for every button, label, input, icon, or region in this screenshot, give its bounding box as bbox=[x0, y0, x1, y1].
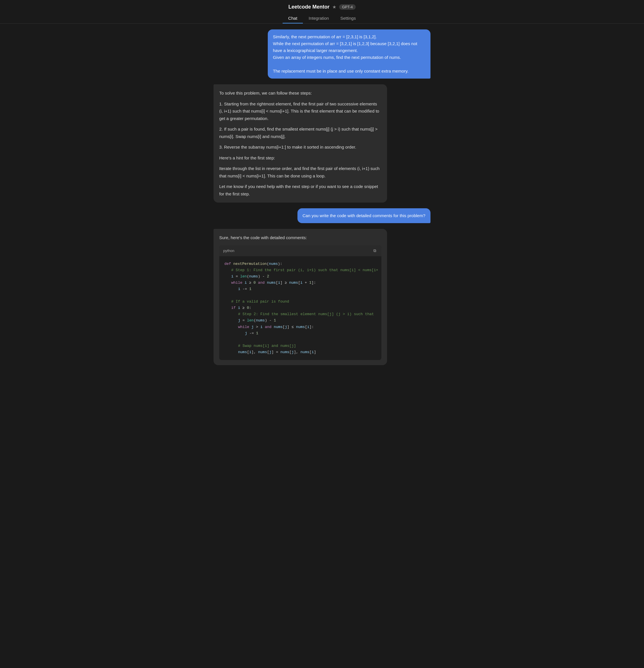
code-line-14: # Swap nums[i] and nums[j] bbox=[224, 343, 376, 349]
code-block: python ⧉ def nextPermutation(nums): # St… bbox=[219, 245, 381, 360]
code-line-3: i = len(nums) - 2 bbox=[224, 273, 376, 280]
app-header: Leetcode Mentor ★ GPT-4 Chat Integration… bbox=[0, 0, 644, 24]
app-title: Leetcode Mentor bbox=[288, 4, 329, 10]
copy-button[interactable]: ⧉ bbox=[372, 248, 377, 254]
assistant-message-1: To solve this problem, we can follow the… bbox=[214, 84, 430, 202]
code-line-2: # Step 1: Find the first pair (i, i+1) s… bbox=[224, 267, 376, 273]
assistant-text-7: Let me know if you need help with the ne… bbox=[219, 183, 381, 197]
code-line-13 bbox=[224, 337, 376, 343]
code-line-15: nums[i], nums[j] = nums[j], nums[i] bbox=[224, 349, 376, 355]
model-badge[interactable]: GPT-4 bbox=[339, 4, 356, 10]
assistant-text-6: Iterate through the list in reverse orde… bbox=[219, 165, 381, 179]
user-bubble-2: Can you write the code with detailed com… bbox=[297, 208, 430, 223]
code-line-6 bbox=[224, 292, 376, 299]
code-line-10: j = len(nums) - 1 bbox=[224, 317, 376, 324]
code-content: def nextPermutation(nums): # Step 1: Fin… bbox=[219, 256, 381, 360]
assistant-bubble-1: To solve this problem, we can follow the… bbox=[214, 84, 387, 202]
code-block-header: python ⧉ bbox=[219, 245, 381, 256]
assistant-intro: Sure, here's the code with detailed comm… bbox=[219, 234, 381, 241]
assistant-text-5: Here's a hint for the first step: bbox=[219, 154, 381, 162]
code-line-5: i -= 1 bbox=[224, 286, 376, 292]
chat-container: Similarly, the next permutation of arr =… bbox=[208, 24, 436, 394]
assistant-text-1: To solve this problem, we can follow the… bbox=[219, 89, 381, 97]
code-line-7: # If a valid pair is found bbox=[224, 299, 376, 305]
tab-settings[interactable]: Settings bbox=[334, 13, 361, 24]
tab-chat[interactable]: Chat bbox=[283, 13, 303, 24]
code-line-12: j -= 1 bbox=[224, 330, 376, 337]
user-message-1: Similarly, the next permutation of arr =… bbox=[214, 29, 430, 79]
star-icon[interactable]: ★ bbox=[332, 4, 336, 10]
assistant-text-3: 2. If such a pair is found, find the sma… bbox=[219, 125, 381, 140]
user-message-2: Can you write the code with detailed com… bbox=[214, 208, 430, 223]
code-line-8: if i ≥ 0: bbox=[224, 305, 376, 311]
assistant-text-4: 3. Reverse the subarray nums[i+1:] to ma… bbox=[219, 143, 381, 151]
assistant-bubble-2: Sure, here's the code with detailed comm… bbox=[214, 229, 387, 365]
tab-bar: Chat Integration Settings bbox=[0, 13, 644, 24]
code-line-11: while j > i and nums[j] ≤ nums[i]: bbox=[224, 324, 376, 330]
code-line-9: # Step 2: Find the smallest element nums… bbox=[224, 311, 376, 317]
code-line-1: def nextPermutation(nums): bbox=[224, 261, 376, 267]
code-lang-label: python bbox=[223, 248, 234, 254]
user-bubble-1: Similarly, the next permutation of arr =… bbox=[268, 29, 430, 79]
code-line-4: while i ≥ 0 and nums[i] ≥ nums[i + 1]: bbox=[224, 280, 376, 286]
tab-integration[interactable]: Integration bbox=[303, 13, 334, 24]
assistant-message-2: Sure, here's the code with detailed comm… bbox=[214, 229, 430, 365]
assistant-text-2: 1. Starting from the rightmost element, … bbox=[219, 100, 381, 122]
